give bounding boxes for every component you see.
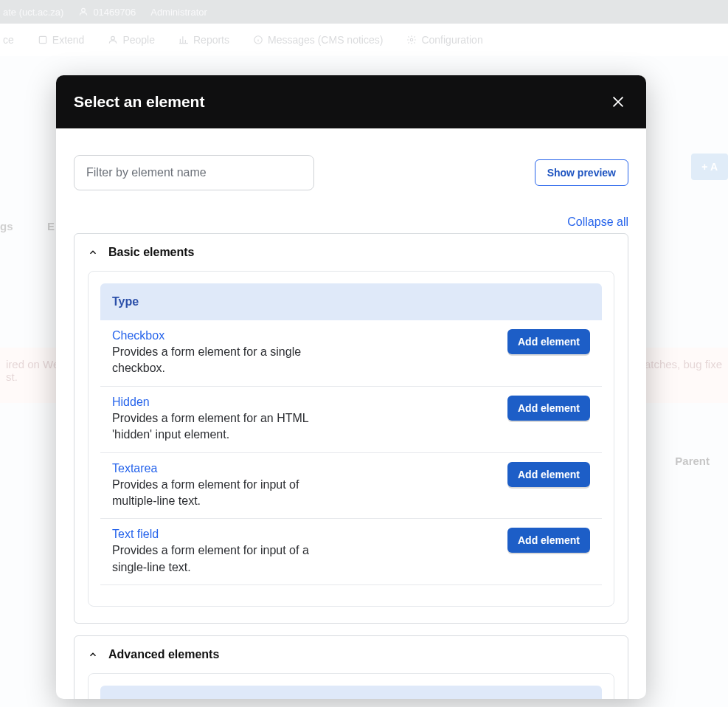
section-toggle[interactable]: Basic elements	[74, 234, 628, 271]
element-row: Checkbox Provides a form element for a s…	[100, 320, 602, 387]
add-element-button[interactable]: Add element	[507, 396, 590, 421]
element-description: Provides a form element for a single che…	[112, 344, 333, 377]
element-row: Text field Provides a form element for i…	[100, 519, 602, 585]
modal-title: Select an element	[74, 93, 204, 111]
modal-body: Show preview Collapse all Basic elements…	[56, 128, 646, 699]
element-row: Hidden Provides a form element for an HT…	[100, 387, 602, 453]
chevron-up-icon	[88, 247, 98, 258]
collapse-all-link[interactable]: Collapse all	[74, 215, 628, 229]
filter-input[interactable]	[74, 155, 314, 190]
element-name-link[interactable]: Text field	[112, 528, 159, 540]
close-button[interactable]	[608, 92, 628, 112]
element-name-link[interactable]: Textarea	[112, 462, 157, 475]
show-preview-button[interactable]: Show preview	[535, 159, 628, 186]
close-icon	[610, 94, 626, 110]
add-element-button[interactable]: Add element	[507, 528, 590, 553]
elements-card	[88, 673, 614, 699]
modal-header: Select an element	[56, 75, 646, 128]
select-element-modal: Select an element Show preview Collapse …	[56, 75, 646, 699]
elements-card: Type Checkbox Provides a form element fo…	[88, 271, 614, 607]
type-header	[100, 686, 602, 699]
chevron-up-icon	[88, 649, 98, 660]
element-description: Provides a form element for input of a s…	[112, 542, 333, 576]
element-name-link[interactable]: Hidden	[112, 396, 150, 408]
section-title: Basic elements	[108, 246, 195, 259]
add-element-button[interactable]: Add element	[507, 329, 590, 354]
add-element-button[interactable]: Add element	[507, 462, 590, 487]
element-row: Textarea Provides a form element for inp…	[100, 453, 602, 520]
element-description: Provides a form element for an HTML 'hid…	[112, 410, 333, 444]
section-basic-elements: Basic elements Type Checkbox Provides a …	[74, 233, 628, 624]
section-advanced-elements: Advanced elements	[74, 635, 628, 699]
element-description: Provides a form element for input of mul…	[112, 477, 333, 510]
element-name-link[interactable]: Checkbox	[112, 329, 164, 342]
type-header: Type	[100, 283, 602, 320]
section-toggle[interactable]: Advanced elements	[74, 636, 628, 673]
section-title: Advanced elements	[108, 648, 219, 661]
